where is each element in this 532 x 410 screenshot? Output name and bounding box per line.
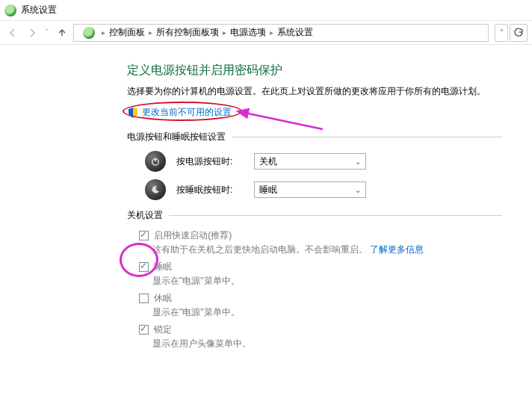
breadcrumb-item[interactable]: 控制面板 <box>109 26 145 39</box>
lock-desc: 显示在用户头像菜单中。 <box>152 338 502 350</box>
breadcrumb-item[interactable]: 电源选项 <box>230 26 266 39</box>
titlebar: 系统设置 <box>0 0 532 21</box>
breadcrumb[interactable]: ▸ 控制面板 ▸ 所有控制面板项 ▸ 电源选项 ▸ 系统设置 <box>73 24 489 42</box>
up-button[interactable] <box>54 25 70 41</box>
shield-icon <box>127 107 139 119</box>
breadcrumb-item[interactable]: 所有控制面板项 <box>156 26 219 39</box>
power-button-select[interactable]: 关机 ⌄ <box>254 153 366 170</box>
page-description: 选择要为你的计算机的电源设置。在此页上对设置所做的更改将应用于你所有的电源计划。 <box>127 84 502 99</box>
sleep-row: 睡眠 <box>139 261 502 273</box>
sleep-button-row: 按睡眠按钮时: 睡眠 ⌄ <box>145 179 502 200</box>
sleep-button-label: 按睡眠按钮时: <box>176 184 244 196</box>
fast-startup-checkbox[interactable] <box>139 231 149 240</box>
chevron-down-icon: ⌄ <box>355 186 361 194</box>
lock-row: 锁定 <box>139 323 502 336</box>
select-value: 睡眠 <box>259 184 277 196</box>
hibernate-desc: 显示在"电源"菜单中。 <box>152 306 502 319</box>
section-buttons-title: 电源按钮和睡眠按钮设置 <box>127 131 502 143</box>
window-title: 系统设置 <box>21 4 57 16</box>
chevron-right-icon: ▸ <box>270 28 273 37</box>
power-icon <box>145 151 166 172</box>
back-button[interactable] <box>4 25 21 41</box>
lock-label: 锁定 <box>154 324 172 335</box>
sleep-label: 睡眠 <box>154 261 172 272</box>
section-shutdown-title: 关机设置 <box>127 209 502 222</box>
lock-checkbox[interactable] <box>139 325 149 335</box>
chevron-down-icon: ⌄ <box>355 158 361 166</box>
breadcrumb-item[interactable]: 系统设置 <box>277 26 313 39</box>
content: 定义电源按钮并启用密码保护 选择要为你的计算机的电源设置。在此页上对设置所做的更… <box>0 45 532 350</box>
breadcrumb-icon <box>83 27 95 39</box>
select-value: 关机 <box>259 155 277 168</box>
shutdown-section: 启用快速启动(推荐) 这有助于在关机之后更快地启动电脑。不会影响重启。 了解更多… <box>127 229 502 350</box>
chevron-right-icon: ▸ <box>223 28 226 37</box>
history-chevron-icon[interactable]: ˅ <box>45 28 49 38</box>
hibernate-checkbox[interactable] <box>139 293 149 303</box>
power-button-row: 按电源按钮时: 关机 ⌄ <box>145 151 502 172</box>
fast-startup-label: 启用快速启动(推荐) <box>154 230 232 240</box>
learn-more-link[interactable]: 了解更多信息 <box>370 244 424 255</box>
app-icon <box>4 4 16 16</box>
change-settings-row: 更改当前不可用的设置 <box>127 106 502 119</box>
refresh-button[interactable] <box>510 24 528 42</box>
moon-icon <box>145 179 166 200</box>
chevron-right-icon: ▸ <box>102 28 105 37</box>
chevron-down-icon: ˅ <box>500 28 504 37</box>
fast-startup-desc: 这有助于在关机之后更快地启动电脑。不会影响重启。 了解更多信息 <box>152 243 502 256</box>
fast-startup-row: 启用快速启动(推荐) <box>139 229 502 242</box>
hibernate-label: 休眠 <box>154 293 172 303</box>
sleep-checkbox[interactable] <box>139 262 149 272</box>
forward-button[interactable] <box>24 25 40 41</box>
hibernate-row: 休眠 <box>139 292 502 305</box>
breadcrumb-dropdown-button[interactable]: ˅ <box>495 24 508 42</box>
sleep-button-select[interactable]: 睡眠 ⌄ <box>254 181 366 198</box>
change-unavailable-settings-link[interactable]: 更改当前不可用的设置 <box>142 106 232 119</box>
power-button-label: 按电源按钮时: <box>176 155 244 168</box>
page-heading: 定义电源按钮并启用密码保护 <box>127 63 502 78</box>
sleep-desc: 显示在"电源"菜单中。 <box>152 275 502 288</box>
navbar: ˅ ▸ 控制面板 ▸ 所有控制面板项 ▸ 电源选项 ▸ 系统设置 ˅ <box>0 21 532 45</box>
chevron-right-icon: ▸ <box>149 28 152 37</box>
